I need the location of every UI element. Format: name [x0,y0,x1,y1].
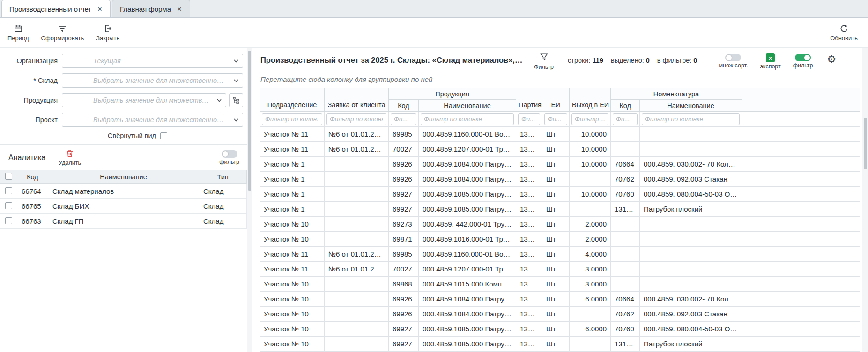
filter-toggle[interactable]: фильтр [793,52,813,69]
department-filter-input[interactable] [262,113,322,125]
report-row[interactable]: Участок № 11 №6 от 01.01.2025 70027 000.… [260,262,860,277]
period-button[interactable]: Период [7,24,29,42]
selected-count: выделено: 0 [611,57,650,64]
project-label: Проект [0,116,62,124]
row-checkbox[interactable] [5,217,12,224]
tab-production-report[interactable]: Производственный отчет × [1,0,111,17]
client-order-filter-input[interactable] [326,113,386,125]
chevron-down-icon[interactable] [213,94,226,107]
report-row[interactable]: Участок № 10 69927 000.4859.1085.000 Пат… [260,322,860,337]
report-row[interactable]: Участок № 10 69273 000.4859. 442.000-01 … [260,217,860,232]
chevron-down-icon[interactable] [230,54,243,67]
report-scrollbar[interactable] [862,48,868,352]
row-checkbox[interactable] [5,187,12,194]
analytics-row[interactable]: 66763 Склад ГП Склад [0,214,247,229]
report-row[interactable]: Участок № 11 №6 от 01.01.2025 69985 000.… [260,247,860,262]
chevron-down-icon[interactable] [230,74,243,87]
export-button[interactable]: x экспорт [760,52,780,70]
report-row[interactable]: Участок № 10 69926 000.4859.1084.000 Пат… [260,292,860,307]
select-all-checkbox[interactable] [5,173,12,180]
tab-main-form[interactable]: Главная форма × [112,0,190,17]
report-row[interactable]: Участок № 10 69871 000.4859.1016.000-01 … [260,232,860,247]
col-nom-name[interactable]: Наименование [640,100,742,112]
close-button[interactable]: Закрыть [96,24,119,42]
warehouse-input[interactable]: Выбрать значение для множественного филь… [62,73,243,88]
filter-cell [389,112,419,127]
delete-button[interactable]: Удалить [59,149,81,166]
nom-name-cell: 000.4859. 030.002- 70 Кольцо [640,292,742,307]
unit-filter-input[interactable] [544,113,567,125]
department-cell: Участок № 11 [260,142,325,157]
analytics-table: Код Наименование Тип 66764 Склад материа… [0,170,247,229]
collapsed-view-checkbox[interactable] [160,132,167,139]
row-checkbox[interactable] [5,202,12,209]
prod-code-cell: 69927 [389,187,419,202]
nom-code-filter-input[interactable] [613,113,638,125]
output-cell: 3.0000 [570,277,611,292]
nom-name-filter-input[interactable] [642,113,740,125]
organization-input[interactable]: Текущая [62,54,243,68]
prod-name-cell: 000.4859.1085.000 Патрубок н… [419,202,516,217]
report-row[interactable]: Участок № 11 №6 от 01.01.2025 69985 000.… [260,127,860,142]
department-cell: Участок № 10 [260,337,325,352]
nom-code-cell [611,217,640,232]
col-unit[interactable]: ЕИ [542,88,570,112]
output-cell: 2.0000 [570,232,611,247]
report-row[interactable]: Участок № 1 69927 000.4859.1085.000 Патр… [260,187,860,202]
report-row[interactable]: Участок № 1 69926 000.4859.1084.000 Патр… [260,157,860,172]
report-row[interactable]: Участок № 10 69927 000.4859.1085.000 Пат… [260,337,860,352]
chevron-down-icon[interactable] [230,113,243,126]
report-row[interactable]: Участок № 11 №6 от 01.01.2025 70027 000.… [260,142,860,157]
analytics-col-name[interactable]: Наименование [48,170,199,184]
prod-code-filter-input[interactable] [391,113,416,125]
col-batch[interactable]: Партия [516,88,542,112]
grouping-drop-zone[interactable]: Перетащите сюда колонку для группировки … [260,70,860,88]
filter-button[interactable]: Фильтр [534,52,554,70]
scrollbar-thumb[interactable] [864,118,867,169]
col-nom-code[interactable]: Код [611,100,640,112]
analytics-row[interactable]: 66765 Склад БИХ Склад [0,199,247,214]
analytics-col-type[interactable]: Тип [199,170,247,184]
gear-icon[interactable]: ⚙ [827,52,837,65]
prod-name-filter-input[interactable] [421,113,514,125]
prod-name-cell: 000.4859.1084.000 Патрубок ве… [419,172,516,187]
analytics-type-cell: Склад [199,199,247,214]
nom-code-cell [611,262,640,277]
prod-name-cell: 000.4859.1016.000-01 Трубка п… [419,232,516,247]
project-input[interactable]: Выбрать значение для множественного филь… [62,113,243,127]
report-row[interactable]: Участок № 1 69926 000.4859.1084.000 Патр… [260,172,860,187]
generate-button[interactable]: Сформировать [41,24,84,42]
close-icon[interactable]: × [177,5,182,13]
analytics-filter-toggle[interactable]: фильтр [219,150,239,165]
nom-code-cell [611,142,640,157]
analytics-col-code[interactable]: Код [17,170,48,184]
left-panel-scrollbar[interactable] [247,48,252,352]
toggle-off-icon[interactable] [725,54,741,61]
refresh-button[interactable]: Обновить [830,24,858,42]
production-input[interactable]: Выбрать значение для множественного фи… [62,93,226,107]
output-filter-input[interactable] [571,113,608,125]
hierarchy-button[interactable] [229,93,243,107]
col-client-order[interactable]: Заявка от клиента [325,88,389,112]
report-row[interactable]: Участок № 1 69927 000.4859.1085.000 Патр… [260,202,860,217]
department-cell: Участок № 10 [260,217,325,232]
report-row[interactable]: Участок № 10 69868 000.4859.1015.000 Ком… [260,277,860,292]
col-department[interactable]: Подразделение [260,88,325,112]
prod-name-cell: 000.4859.1084.000 Патрубок ве… [419,292,516,307]
col-prod-code[interactable]: Код [389,100,419,112]
toggle-on-icon[interactable] [795,54,811,61]
report-row[interactable]: Участок № 10 69926 000.4859.1084.000 Пат… [260,307,860,322]
col-prod-name[interactable]: Наименование [419,100,516,112]
unit-cell: Шт [542,247,570,262]
analytics-row[interactable]: 66764 Склад материалов Склад [0,184,247,199]
multisort-toggle[interactable]: множ.сорт. [719,52,748,69]
toggle-off-icon[interactable] [222,150,237,158]
batch-filter-input[interactable] [518,113,540,125]
close-icon[interactable]: × [97,5,103,13]
col-output[interactable]: Выход в ЕИ [570,88,611,112]
batch-cell: 132327 [516,307,542,322]
group-nomenclature[interactable]: Номенклатура [611,88,742,100]
scrollbar-thumb[interactable] [248,51,251,191]
batch-cell: 132326 [516,337,542,352]
group-production[interactable]: Продукция [389,88,516,100]
